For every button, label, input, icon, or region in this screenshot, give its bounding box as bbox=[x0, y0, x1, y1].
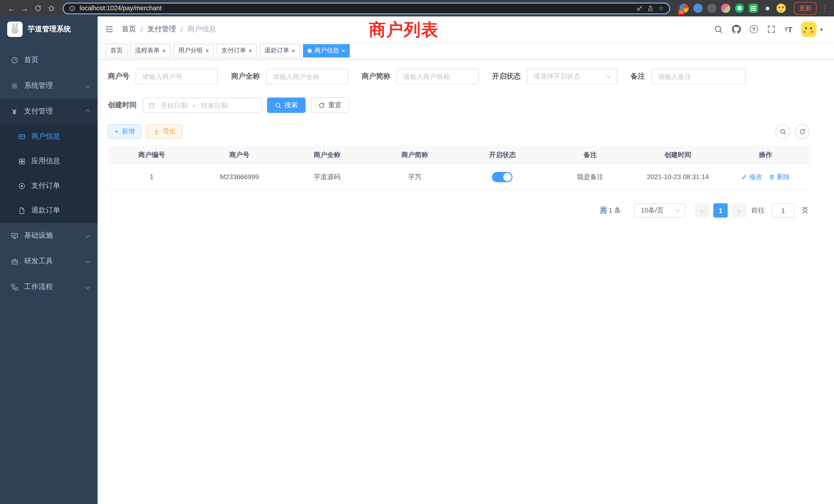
search-button[interactable]: 搜索 bbox=[267, 97, 306, 113]
extension-colorwheel-icon[interactable]: 10 bbox=[679, 4, 689, 13]
pagination-next-button[interactable]: › bbox=[732, 203, 746, 217]
tab-close-icon[interactable]: × bbox=[205, 47, 209, 54]
site-info-icon[interactable] bbox=[69, 5, 75, 12]
sidebar-item-merchant-info[interactable]: 商户信息 bbox=[0, 124, 97, 149]
sidebar-item-pay-orders[interactable]: 支付订单 bbox=[0, 174, 97, 198]
sidebar-item-label: 研发工具 bbox=[24, 257, 53, 266]
status-toggle[interactable] bbox=[492, 172, 513, 182]
pagination-jump-suffix: 页 bbox=[802, 206, 808, 215]
filter-label: 开启状态 bbox=[492, 72, 527, 81]
tab-close-icon[interactable]: × bbox=[162, 47, 166, 54]
plus-icon: + bbox=[114, 128, 118, 135]
pagination-total: 共 1 条 bbox=[600, 206, 621, 215]
refresh-table-button[interactable] bbox=[795, 124, 809, 139]
browser-reload-icon[interactable] bbox=[32, 2, 44, 14]
extension-gray-icon[interactable] bbox=[707, 4, 717, 13]
font-size-icon[interactable]: TT bbox=[785, 25, 792, 33]
dashboard-icon bbox=[10, 56, 19, 64]
chevron-down-icon bbox=[86, 84, 90, 88]
breadcrumb-home[interactable]: 首页 bbox=[122, 25, 136, 34]
end-date-input[interactable] bbox=[198, 101, 230, 109]
tab-merchant-info[interactable]: 商户信息 × bbox=[303, 44, 350, 57]
sidebar-item-home[interactable]: 首页 bbox=[0, 47, 97, 73]
add-button[interactable]: + 新增 bbox=[108, 124, 141, 139]
sidebar-item-app-info[interactable]: 应用信息 bbox=[0, 149, 97, 174]
pagination-page-1[interactable]: 1 bbox=[713, 203, 728, 217]
chevron-up-icon bbox=[86, 109, 90, 114]
sidebar-fold-icon[interactable] bbox=[105, 25, 114, 34]
app-logo[interactable]: 芋道管理系统 bbox=[0, 17, 97, 42]
export-button[interactable]: 导出 bbox=[146, 124, 182, 139]
browser-forward-icon[interactable]: → bbox=[19, 2, 31, 14]
search-form-row-1: 商户号 商户全称 商户简称 开启状态 请选择开启状态 bbox=[108, 69, 809, 84]
sidebar-item-label: 系统管理 bbox=[24, 81, 53, 90]
extension-multicolor-icon[interactable] bbox=[721, 4, 730, 13]
create-time-range-picker[interactable]: - bbox=[143, 97, 262, 113]
sidebar-item-workflow[interactable]: 工作流程 bbox=[0, 274, 97, 300]
cell-remark: 我是备注 bbox=[546, 164, 634, 190]
github-icon[interactable] bbox=[731, 25, 741, 34]
extension-dark-icon[interactable] bbox=[763, 4, 772, 13]
edit-link[interactable]: 修改 bbox=[741, 172, 762, 181]
page-size-select[interactable]: 10条/页 bbox=[634, 203, 686, 217]
pagination-jump-input[interactable] bbox=[772, 203, 794, 217]
help-icon[interactable]: ? bbox=[749, 25, 758, 33]
sidebar: 芋道管理系统 首页 系统管理 ¥ 支付管理 bbox=[0, 17, 97, 504]
toggle-search-button[interactable] bbox=[775, 124, 790, 139]
breadcrumb-separator: / bbox=[141, 25, 143, 33]
bookmark-star-icon[interactable]: ☆ bbox=[658, 4, 664, 12]
extension-blue-icon[interactable] bbox=[693, 4, 703, 13]
share-icon[interactable] bbox=[647, 5, 654, 12]
tab-close-icon[interactable]: × bbox=[342, 47, 345, 54]
sidebar-item-refund-orders[interactable]: 退款订单 bbox=[0, 198, 97, 223]
remark-input[interactable] bbox=[651, 69, 746, 84]
breadcrumb-payment[interactable]: 支付管理 bbox=[147, 25, 176, 34]
sidebar-item-dev-tools[interactable]: 研发工具 bbox=[0, 248, 97, 274]
tab-close-icon[interactable]: × bbox=[292, 47, 295, 54]
cell-merchant-id: 1 bbox=[108, 164, 196, 190]
screen: ← → localhost:1024/pay/merchant ☆ 10 更新 … bbox=[0, 0, 834, 504]
table-header: 备注 bbox=[546, 146, 634, 164]
tab-refund-orders[interactable]: 退款订单 × bbox=[260, 44, 300, 57]
password-key-icon[interactable] bbox=[637, 5, 643, 12]
export-button-label: 导出 bbox=[163, 127, 176, 136]
merchant-short-input[interactable] bbox=[396, 69, 479, 84]
browser-home-icon[interactable] bbox=[45, 2, 58, 14]
start-date-input[interactable] bbox=[158, 101, 190, 109]
breadcrumb-separator: / bbox=[181, 25, 183, 33]
extension-green-square-icon[interactable] bbox=[749, 4, 758, 13]
search-icon[interactable] bbox=[714, 25, 723, 34]
browser-profile-avatar[interactable] bbox=[776, 4, 786, 13]
document-icon bbox=[18, 207, 26, 214]
merchant-name-input[interactable] bbox=[266, 69, 348, 84]
extension-wechat-icon[interactable] bbox=[735, 4, 744, 13]
tab-home[interactable]: 首页 bbox=[106, 44, 127, 57]
filter-merchant-no: 商户号 bbox=[108, 69, 218, 84]
browser-menu-icon[interactable]: ⋮ bbox=[821, 4, 829, 13]
status-select[interactable]: 请选择开启状态 bbox=[527, 69, 617, 84]
reset-button[interactable]: 重置 bbox=[311, 97, 349, 113]
cell-status bbox=[459, 164, 546, 190]
yen-icon: ¥ bbox=[10, 107, 19, 116]
extension-badge: 10 bbox=[678, 10, 684, 15]
tab-process-form[interactable]: 流程表单 × bbox=[130, 44, 171, 57]
avatar-caret-icon[interactable]: ▾ bbox=[820, 26, 823, 32]
tab-user-group[interactable]: 用户分组 × bbox=[174, 44, 214, 57]
address-bar[interactable]: localhost:1024/pay/merchant ☆ bbox=[63, 2, 670, 14]
delete-link[interactable]: 删除 bbox=[769, 172, 790, 181]
user-avatar[interactable] bbox=[801, 22, 816, 37]
sidebar-item-infrastructure[interactable]: 基础设施 bbox=[0, 223, 97, 248]
fullscreen-icon[interactable] bbox=[766, 25, 776, 34]
browser-back-icon[interactable]: ← bbox=[5, 2, 18, 14]
sidebar-item-system[interactable]: 系统管理 bbox=[0, 73, 97, 98]
tab-close-icon[interactable]: × bbox=[248, 47, 252, 54]
sidebar-item-payment[interactable]: ¥ 支付管理 bbox=[0, 98, 97, 124]
search-button-label: 搜索 bbox=[285, 100, 298, 110]
browser-toolbar: ← → localhost:1024/pay/merchant ☆ 10 更新 … bbox=[0, 0, 834, 17]
chrome-update-button[interactable]: 更新 bbox=[794, 2, 816, 15]
merchant-no-input[interactable] bbox=[136, 69, 218, 84]
pagination-prev-button[interactable]: ‹ bbox=[695, 203, 709, 217]
filter-merchant-name: 商户全称 bbox=[231, 69, 348, 84]
tab-pay-orders[interactable]: 支付订单 × bbox=[217, 44, 257, 57]
logo-image bbox=[7, 22, 23, 37]
